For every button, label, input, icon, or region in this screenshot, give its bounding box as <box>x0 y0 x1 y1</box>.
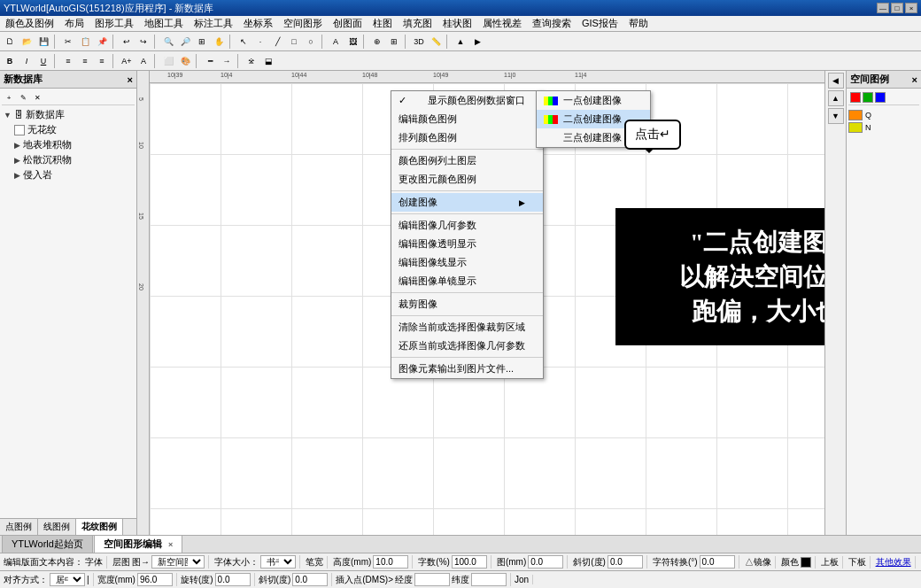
tb-text[interactable]: A <box>328 34 344 50</box>
tb-select[interactable]: ↖ <box>236 34 252 50</box>
tb2-fill[interactable]: 🎨 <box>177 53 193 69</box>
tb-rect[interactable]: □ <box>286 34 302 50</box>
cm-edit-mirror[interactable]: 编辑图像单镜显示 <box>391 272 543 290</box>
tb-open[interactable]: 📂 <box>19 34 35 50</box>
rp-btn1[interactable]: ◀ <box>828 73 844 89</box>
sb-font-select[interactable]: 书书 <box>260 555 296 569</box>
context-menu[interactable]: 显示颜色图例数据窗口 编辑颜色图例 排列颜色图例 颜色图例列土图层 更改图元颜色… <box>391 90 544 379</box>
menu-map[interactable]: 地图工具 <box>139 15 189 32</box>
tab-pattern-legend[interactable]: 花纹图例 <box>76 519 123 535</box>
tb-pan[interactable]: ✋ <box>211 34 227 50</box>
tb2-layer[interactable]: ⬓ <box>260 53 276 69</box>
legend-item-1[interactable]: Q <box>848 109 919 121</box>
cm-export-image[interactable]: 图像元素输出到图片文件... <box>391 360 543 378</box>
tree-intrusion[interactable]: ▶ 侵入岩 <box>2 167 135 182</box>
tree-add-btn[interactable]: + <box>3 91 15 104</box>
menu-create-face[interactable]: 创图面 <box>328 15 368 32</box>
tb2-symbol[interactable]: ※ <box>244 53 259 69</box>
menu-gis[interactable]: GIS报告 <box>577 15 623 32</box>
menu-color-legend[interactable]: 颜色及图例 <box>0 15 59 32</box>
tb-cut[interactable]: ✂ <box>60 34 76 50</box>
tb2-align-left[interactable]: ≡ <box>60 53 76 69</box>
tb-undo[interactable]: ↩ <box>119 34 135 50</box>
menu-attr[interactable]: 属性视差 <box>477 15 527 32</box>
tb2-bold[interactable]: B <box>2 53 18 69</box>
sb2-lon-input[interactable] <box>414 573 450 586</box>
sub-three-point[interactable]: 三点创建图像 <box>537 128 650 147</box>
far-right-close[interactable]: × <box>912 74 917 85</box>
tb-circle[interactable]: ○ <box>303 34 319 50</box>
tb-grid[interactable]: ⊞ <box>386 34 402 50</box>
cm-restore-geom[interactable]: 还原当前或选择图像几何参数 <box>391 337 543 355</box>
menu-layout[interactable]: 布局 <box>59 15 89 32</box>
menu-query[interactable]: 查询搜索 <box>527 15 577 32</box>
sb2-skew2-input[interactable] <box>292 573 328 586</box>
tree-no-pattern[interactable]: 无花纹 <box>2 122 135 137</box>
tb-image[interactable]: 🖼 <box>344 34 360 50</box>
tb2-font-size[interactable]: A+ <box>119 53 135 69</box>
tb-new[interactable]: 🗋 <box>2 34 18 50</box>
tree-del-btn[interactable]: ✕ <box>31 91 43 104</box>
tab-point-legend[interactable]: 点图例 <box>0 519 38 535</box>
menu-spatial[interactable]: 空间图形 <box>278 15 328 32</box>
sb-charrotate-input[interactable] <box>700 555 735 569</box>
tb-snap[interactable]: ⊕ <box>369 34 385 50</box>
sb-height-input[interactable] <box>373 555 408 569</box>
rp-btn3[interactable]: ▼ <box>828 108 844 124</box>
sub-one-point[interactable]: 一点创建图像 <box>537 91 650 110</box>
sb2-align-select[interactable]: 居中 <box>50 573 85 586</box>
sb2-lat-input[interactable] <box>471 573 507 586</box>
tb-copy[interactable]: 📋 <box>77 34 93 50</box>
tb2-font-color[interactable]: A <box>135 53 151 69</box>
tb-3d[interactable]: 3D <box>411 34 427 50</box>
cm-legend-layer[interactable]: 颜色图例列土图层 <box>391 151 543 170</box>
tree-loose-deposit[interactable]: ▶ 松散沉积物 <box>2 152 135 167</box>
menu-drawing[interactable]: 图形工具 <box>89 15 139 32</box>
cm-arrange-legend[interactable]: 排列颜色图例 <box>391 128 543 147</box>
sb-imgmm-input[interactable] <box>528 555 563 569</box>
menu-help[interactable]: 帮助 <box>623 15 654 32</box>
sb2-width-input[interactable] <box>137 573 173 586</box>
tb-save[interactable]: 💾 <box>35 34 51 50</box>
maximize-button[interactable]: □ <box>891 3 903 13</box>
tree-root[interactable]: ▼ 🗄 新数据库 <box>2 107 135 122</box>
rp-btn2[interactable]: ▲ <box>828 90 844 106</box>
menu-column[interactable]: 柱图 <box>368 15 398 32</box>
close-button[interactable]: × <box>905 3 917 13</box>
tab-line-legend[interactable]: 线图例 <box>38 519 76 535</box>
tb-zoom-out[interactable]: 🔎 <box>177 34 193 50</box>
sb-skew-input[interactable] <box>608 555 643 569</box>
tb-measure[interactable]: 📏 <box>428 34 444 50</box>
tab-spatial-close[interactable]: × <box>168 540 173 549</box>
menu-coord[interactable]: 坐标系 <box>238 15 278 32</box>
menu-pillar[interactable]: 桂状图 <box>437 15 477 32</box>
sub-two-point[interactable]: 二点创建图像 <box>537 110 650 128</box>
tb2-align-right[interactable]: ≡ <box>94 53 110 69</box>
cm-edit-legend[interactable]: 编辑颜色图例 <box>391 110 543 128</box>
tree-surface-deposit[interactable]: ▶ 地表堆积物 <box>2 137 135 152</box>
sb2-rotate-input[interactable] <box>215 573 251 586</box>
tb-redo[interactable]: ↪ <box>135 34 151 50</box>
tb2-align-center[interactable]: ≡ <box>77 53 93 69</box>
sb-color-swatch[interactable] <box>801 557 811 568</box>
page-tab-spatial[interactable]: 空间图形编辑 × <box>94 535 182 553</box>
sb-charpct-input[interactable] <box>452 555 487 569</box>
tb-zoom-in[interactable]: 🔍 <box>160 34 176 50</box>
tb2-underline[interactable]: U <box>35 53 51 69</box>
tb-zoom-fit[interactable]: ⊞ <box>194 34 210 50</box>
tb-right-arrow[interactable]: ▶ <box>469 34 485 50</box>
cm-clear-crop[interactable]: 清除当前或选择图像裁剪区域 <box>391 318 543 337</box>
cm-show-legend-window[interactable]: 显示颜色图例数据窗口 <box>391 91 543 110</box>
tb2-border[interactable]: ⬜ <box>160 53 176 69</box>
cm-edit-geom[interactable]: 编辑图像几何参数 <box>391 216 543 235</box>
tb-line[interactable]: ╱ <box>269 34 285 50</box>
menu-fill[interactable]: 填充图 <box>398 15 437 32</box>
tree-edit-btn[interactable]: ✎ <box>17 91 29 104</box>
tb2-italic[interactable]: I <box>19 53 35 69</box>
tb2-arrow[interactable]: → <box>219 53 235 69</box>
tb-up-arrow[interactable]: ▲ <box>453 34 468 50</box>
minimize-button[interactable]: — <box>877 3 889 13</box>
tb2-line-style[interactable]: ━ <box>202 53 218 69</box>
cm-change-color[interactable]: 更改图元颜色图例 <box>391 170 543 189</box>
tb-point[interactable]: · <box>252 34 268 50</box>
